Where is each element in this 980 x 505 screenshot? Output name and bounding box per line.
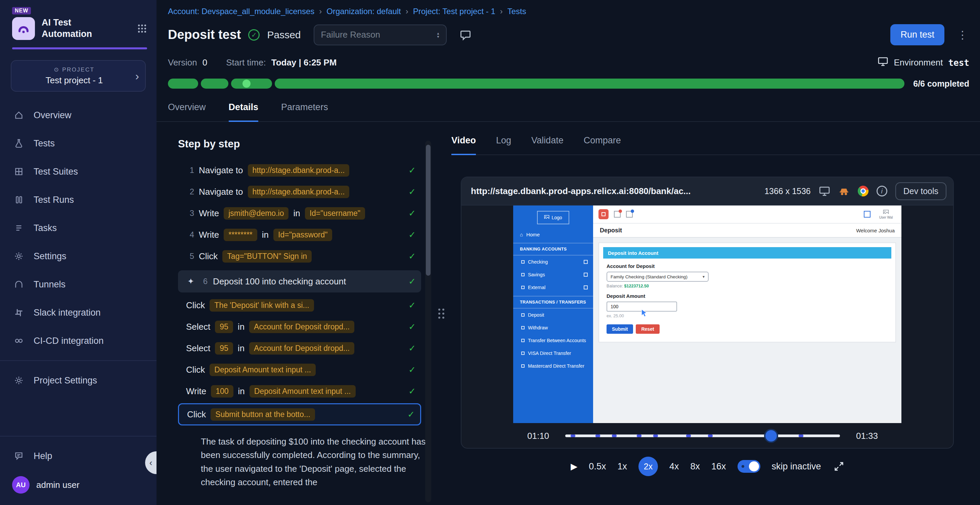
bank-nav-deposit[interactable]: Deposit [513,308,593,321]
breadcrumb-project[interactable]: Project: Test project - 1 [413,7,495,16]
timeline-marker[interactable] [637,435,641,437]
sidebar-item-tunnels[interactable]: Tunnels [0,270,156,299]
bank-nav-transfer[interactable]: Transfer Between Accounts [513,334,593,347]
comment-icon[interactable] [460,29,471,41]
step-row[interactable]: 1 Navigate to http://stage.dbank.prod-a.… [186,160,421,180]
dev-tools-button[interactable]: Dev tools [896,182,947,200]
sidebar-item-settings[interactable]: Settings [0,242,156,270]
tab-log[interactable]: Log [496,135,511,154]
step-row[interactable]: 2 Navigate to http://stage.dbank.prod-a.… [186,182,421,202]
bank-submit-button[interactable]: Submit [606,324,633,334]
timeline-marker[interactable] [708,435,713,437]
step-value-tag[interactable]: jsmith@demo.io [224,207,288,219]
timeline-track[interactable] [565,435,840,437]
checkbox-icon[interactable] [584,286,588,289]
speed-4x[interactable]: 4x [669,461,679,472]
monitor-icon[interactable] [819,185,830,197]
speed-8x[interactable]: 8x [690,461,700,472]
kebab-menu-icon[interactable]: ⋮ [957,29,968,41]
timeline-marker[interactable] [571,435,575,437]
bank-nav-checking[interactable]: Checking [513,256,593,268]
step-row[interactable]: Select 95 in Account for Deposit dropd..… [186,338,421,358]
tab-overview[interactable]: Overview [168,102,206,121]
step-group-row[interactable]: ✦ 6 Deposit 100 into checking account ✓ [178,270,421,292]
sidebar-item-slack-integration[interactable]: Slack integration [0,299,156,327]
timeline-marker[interactable] [686,435,691,437]
checkbox-icon[interactable] [584,273,588,277]
timeline-marker[interactable] [595,435,600,437]
step-value-tag[interactable]: 95 [215,321,233,333]
step-value-tag[interactable]: ******** [224,229,257,241]
bank-nav-visa-transfer[interactable]: VISA Direct Transfer [513,347,593,360]
step-target-tag[interactable]: http://stage.dbank.prod-a... [248,186,350,198]
tab-details[interactable]: Details [229,102,259,122]
chrome-browser-icon[interactable] [858,186,869,197]
bank-reset-button[interactable]: Reset [636,324,659,334]
stop-record-icon[interactable] [598,209,609,219]
bank-nav-home[interactable]: ⌂Home [513,227,593,241]
info-icon[interactable]: i [877,186,887,197]
step-row[interactable]: 3 Write jsmith@demo.io in Id="username" … [186,203,421,223]
sidebar-item-tasks[interactable]: Tasks [0,214,156,242]
steps-scrollbar[interactable] [425,141,431,502]
user-menu[interactable]: AU admin user [0,470,156,500]
fullscreen-icon[interactable] [834,461,844,472]
skip-inactive-toggle[interactable] [738,460,760,473]
sidebar-item-help[interactable]: Help [0,442,156,470]
tab-validate[interactable]: Validate [531,135,563,154]
step-target-tag[interactable]: http://stage.dbank.prod-a... [248,164,350,176]
scrollbar-thumb[interactable] [426,145,431,276]
bank-nav-mastercard-transfer[interactable]: Mastercard Direct Transfer [513,360,593,372]
breadcrumb-tests[interactable]: Tests [508,7,526,16]
step-value-tag[interactable]: 95 [215,342,233,354]
speed-16x[interactable]: 16x [711,461,726,472]
tab-parameters[interactable]: Parameters [281,102,328,121]
step-value-tag[interactable]: 100 [211,385,233,397]
project-selector[interactable]: ⊙PROJECT Test project - 1 › [11,60,146,92]
breadcrumb-organization[interactable]: Organization: default [326,7,401,16]
bank-nav-withdraw[interactable]: Withdraw [513,321,593,334]
step-row-selected[interactable]: Click Submit button at the botto... ✓ [178,403,421,426]
step-target-tag[interactable]: Id="password" [274,229,332,241]
window-badge-icon[interactable] [614,211,620,218]
sidebar-item-test-runs[interactable]: Test Runs [0,186,156,214]
sidebar-item-test-suites[interactable]: Test Suites [0,157,156,186]
failure-reason-select[interactable]: Failure Reason ▴▾ [314,24,447,45]
frame-icon[interactable] [864,211,870,218]
step-target-tag[interactable]: The 'Deposit' link with a si... [210,299,314,311]
window-badge-icon[interactable] [626,211,633,218]
sidebar-item-project-settings[interactable]: Project Settings [0,366,156,395]
bank-nav-savings[interactable]: Savings [513,268,593,281]
step-row[interactable]: 5 Click Tag="BUTTON" Sign in ✓ [186,246,421,266]
step-row[interactable]: Click The 'Deposit' link with a si... ✓ [186,295,421,315]
timeline-thumb[interactable] [765,430,777,441]
sidebar-item-overview[interactable]: Overview [0,101,156,129]
step-target-tag[interactable]: Submit button at the botto... [211,408,315,421]
step-row[interactable]: 4 Write ******** in Id="password" ✓ [186,225,421,245]
timeline-marker[interactable] [653,435,658,437]
incognito-icon[interactable] [838,185,850,197]
timeline-marker[interactable] [612,435,617,437]
step-row[interactable]: Click Deposit Amount text input ... ✓ [186,360,421,380]
panel-resize-handle[interactable] [431,122,451,505]
timeline-marker[interactable] [799,435,803,437]
tab-compare[interactable]: Compare [584,135,621,154]
step-target-tag[interactable]: Tag="BUTTON" Sign in [222,250,312,262]
speed-0.5x[interactable]: 0.5x [589,461,606,472]
sidebar-item-tests[interactable]: Tests [0,129,156,157]
apps-grid-icon[interactable] [137,24,147,33]
speed-2x[interactable]: 2x [638,457,658,476]
checkbox-icon[interactable] [584,260,588,264]
step-target-tag[interactable]: Account for Deposit dropd... [249,321,354,333]
play-icon[interactable]: ▶ [571,461,578,472]
step-row[interactable]: Select 95 in Account for Deposit dropd..… [186,317,421,337]
breadcrumb-account[interactable]: Account: Devspace_all_module_licenses [168,7,314,16]
step-target-tag[interactable]: Account for Deposit dropd... [249,342,354,354]
speed-1x[interactable]: 1x [617,461,627,472]
step-row[interactable]: Write 100 in Deposit Amount text input .… [186,381,421,401]
account-for-deposit-select[interactable]: Family Checking (Standard Checking)▾ [606,272,709,282]
step-target-tag[interactable]: Deposit Amount text input ... [250,385,356,397]
step-target-tag[interactable]: Deposit Amount text input ... [210,364,316,376]
sidebar-item-cicd-integration[interactable]: CI-CD integration [0,327,156,355]
step-target-tag[interactable]: Id="username" [305,207,365,219]
